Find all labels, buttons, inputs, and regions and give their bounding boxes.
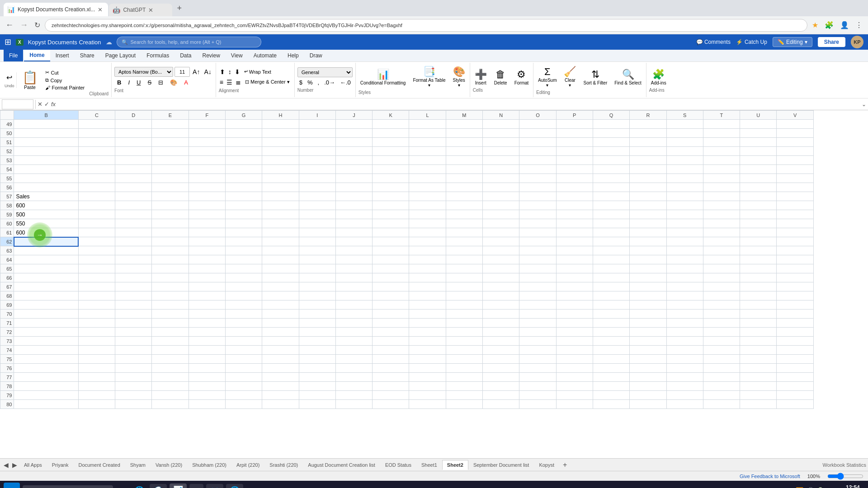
align-middle-button[interactable]: ↕ [227, 67, 232, 76]
cell-G58[interactable] [225, 201, 262, 210]
chrome-taskbar-button[interactable]: 🌐 [226, 484, 243, 488]
cell-T79[interactable] [703, 391, 740, 400]
tab-scroll-left[interactable]: ◀ [2, 461, 10, 469]
cell-C56[interactable] [78, 183, 115, 192]
cell-N52[interactable] [483, 147, 519, 156]
cell-I67[interactable] [299, 282, 335, 291]
cell-J68[interactable] [335, 291, 372, 300]
cell-P61[interactable] [556, 228, 593, 237]
cell-E51[interactable] [152, 138, 189, 147]
cell-V60[interactable] [777, 219, 814, 228]
cell-L56[interactable] [409, 183, 446, 192]
insert-function-icon[interactable]: fx [51, 101, 56, 108]
cell-S69[interactable] [666, 300, 703, 310]
cell-G54[interactable] [225, 165, 262, 174]
align-top-button[interactable]: ⬆ [219, 67, 226, 76]
cell-B50[interactable] [14, 129, 78, 138]
cell-M68[interactable] [446, 291, 482, 300]
cell-V63[interactable] [777, 246, 814, 255]
align-right-button[interactable]: ≣ [235, 78, 242, 87]
strikethrough-button[interactable]: S [145, 78, 154, 87]
cell-R62[interactable] [630, 237, 666, 246]
cell-B77[interactable] [14, 373, 78, 382]
cell-P76[interactable] [556, 364, 593, 373]
back-button[interactable]: ← [4, 19, 15, 32]
cell-M72[interactable] [446, 328, 482, 337]
cell-N76[interactable] [483, 364, 519, 373]
cell-C60[interactable] [78, 219, 115, 228]
cell-C78[interactable] [78, 382, 115, 391]
cell-N70[interactable] [483, 310, 519, 319]
cell-F73[interactable] [189, 337, 225, 346]
cell-R80[interactable] [630, 400, 666, 409]
cell-V79[interactable] [777, 391, 814, 400]
cell-L66[interactable] [409, 273, 446, 282]
cell-M71[interactable] [446, 319, 482, 328]
cell-B76[interactable] [14, 364, 78, 373]
cell-K73[interactable] [373, 337, 409, 346]
cell-T77[interactable] [703, 373, 740, 382]
cell-B72[interactable] [14, 328, 78, 337]
cell-P71[interactable] [556, 319, 593, 328]
cell-Q78[interactable] [593, 382, 629, 391]
cell-B54[interactable] [14, 165, 78, 174]
cell-L59[interactable] [409, 210, 446, 219]
cell-C76[interactable] [78, 364, 115, 373]
cell-O71[interactable] [519, 319, 556, 328]
cell-E66[interactable] [152, 273, 189, 282]
font-name-select[interactable]: Aptos Narrow (Bo... [114, 67, 173, 77]
cell-J76[interactable] [335, 364, 372, 373]
cell-Q53[interactable] [593, 156, 629, 165]
cell-K56[interactable] [373, 183, 409, 192]
increase-font-button[interactable]: A↑ [191, 68, 201, 76]
cell-C70[interactable] [78, 310, 115, 319]
cell-I73[interactable] [299, 337, 335, 346]
refresh-button[interactable]: ↻ [33, 19, 42, 31]
cell-T75[interactable] [703, 355, 740, 364]
sheet-tab-Kopyst[interactable]: Kopyst [534, 460, 559, 470]
cell-L58[interactable] [409, 201, 446, 210]
cell-G65[interactable] [225, 264, 262, 273]
cell-K58[interactable] [373, 201, 409, 210]
cell-S75[interactable] [666, 355, 703, 364]
cell-S68[interactable] [666, 291, 703, 300]
cell-D54[interactable] [115, 165, 152, 174]
cell-C67[interactable] [78, 282, 115, 291]
cell-D77[interactable] [115, 373, 152, 382]
cell-S65[interactable] [666, 264, 703, 273]
cell-N65[interactable] [483, 264, 519, 273]
cell-J79[interactable] [335, 391, 372, 400]
cell-H66[interactable] [262, 273, 299, 282]
cell-N75[interactable] [483, 355, 519, 364]
cell-C69[interactable] [78, 300, 115, 310]
cell-B75[interactable] [14, 355, 78, 364]
cell-S53[interactable] [666, 156, 703, 165]
cell-P49[interactable] [556, 120, 593, 129]
cut-button[interactable]: ✂ Cut [43, 69, 87, 76]
cell-G52[interactable] [225, 147, 262, 156]
cell-G70[interactable] [225, 310, 262, 319]
sheet-tab-September-Document-list[interactable]: September Document list [468, 460, 534, 470]
cell-B66[interactable] [14, 273, 78, 282]
cell-T76[interactable] [703, 364, 740, 373]
sort-filter-button[interactable]: ⇅ Sort & Filter [581, 68, 609, 86]
cell-N55[interactable] [483, 174, 519, 183]
cell-C74[interactable] [78, 346, 115, 355]
cell-Q51[interactable] [593, 138, 629, 147]
cell-T73[interactable] [703, 337, 740, 346]
cell-K69[interactable] [373, 300, 409, 310]
cell-D68[interactable] [115, 291, 152, 300]
cell-O60[interactable] [519, 219, 556, 228]
menu-button[interactable]: ⋮ [854, 19, 864, 31]
cell-J65[interactable] [335, 264, 372, 273]
cell-J70[interactable] [335, 310, 372, 319]
cell-M75[interactable] [446, 355, 482, 364]
cell-V67[interactable] [777, 282, 814, 291]
sheet-tab-Shyam[interactable]: Shyam [125, 460, 151, 470]
cell-N59[interactable] [483, 210, 519, 219]
cell-E49[interactable] [152, 120, 189, 129]
cell-U71[interactable] [740, 319, 777, 328]
cell-R65[interactable] [630, 264, 666, 273]
increase-decimal-button[interactable]: .0→ [322, 79, 337, 86]
cell-B49[interactable] [14, 120, 78, 129]
